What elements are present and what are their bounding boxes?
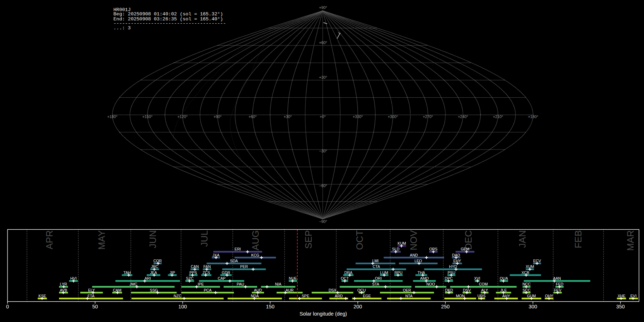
svg-text:JRC: JRC (151, 264, 158, 269)
svg-text:OER: OER (403, 288, 411, 292)
svg-text:FAN: FAN (203, 264, 211, 269)
svg-text:DSX: DSX (328, 288, 336, 292)
svg-text:XCB: XCB (522, 270, 530, 275)
svg-text:SSG: SSG (150, 288, 158, 292)
svg-text:−30°: −30° (319, 149, 327, 153)
svg-text:250: 250 (441, 304, 450, 309)
svg-text:LYR: LYR (60, 282, 67, 286)
svg-text:ECV: ECV (533, 259, 541, 263)
svg-text:SEP: SEP (303, 230, 314, 249)
svg-text:COM: COM (479, 282, 488, 286)
svg-text:MAR: MAR (625, 230, 636, 251)
svg-text:RPU: RPU (395, 270, 402, 275)
svg-text:AAN: AAN (553, 276, 561, 280)
svg-text:SCC: SCC (523, 288, 531, 292)
svg-text:PSU: PSU (448, 270, 455, 275)
svg-text:FTA: FTA (88, 294, 95, 298)
svg-text:AMO: AMO (420, 276, 429, 280)
svg-text:AHY: AHY (502, 294, 510, 298)
svg-text:JMC: JMC (130, 282, 137, 286)
svg-text:MON: MON (456, 294, 465, 298)
svg-text:350: 350 (616, 304, 625, 309)
svg-text:LUM: LUM (380, 270, 388, 275)
svg-text:...: 3: ...: 3 (113, 25, 131, 31)
svg-text:CAP: CAP (218, 276, 226, 280)
svg-text:NOO: NOO (426, 282, 435, 286)
svg-text:CQR: CQR (153, 259, 162, 263)
svg-text:+300°: +300° (388, 114, 398, 119)
svg-text:NUE: NUE (289, 276, 297, 280)
svg-text:SPE: SPE (302, 294, 309, 298)
svg-text:PCA: PCA (204, 288, 212, 292)
svg-text:IPE: IPE (197, 282, 204, 286)
svg-text:CTA: CTA (373, 264, 380, 269)
svg-text:KCG: KCG (251, 253, 259, 257)
svg-text:GDR: GDR (222, 270, 230, 275)
svg-text:SDA: SDA (230, 259, 238, 263)
svg-text:ALY: ALY (481, 288, 488, 292)
svg-text:OCT: OCT (354, 230, 365, 250)
svg-text:ELY: ELY (88, 288, 95, 292)
svg-text:Beg: 20250908 01:40:02 (sol =: Beg: 20250908 01:40:02 (sol = 165.32°) (113, 11, 223, 17)
svg-text:FEB: FEB (573, 230, 584, 249)
svg-text:ARI: ARI (145, 276, 151, 280)
svg-text:+30°: +30° (284, 114, 292, 119)
svg-text:JAN: JAN (517, 230, 528, 248)
svg-text:FEV: FEV (554, 288, 562, 292)
svg-text:XUM: XUM (526, 264, 534, 269)
svg-text:JUL: JUL (199, 230, 210, 247)
svg-text:MAY: MAY (96, 230, 107, 250)
svg-text:STA: STA (372, 282, 380, 286)
svg-text:+120°: +120° (177, 114, 188, 119)
svg-text:+90°: +90° (319, 5, 327, 10)
svg-text:EVI: EVI (630, 294, 636, 298)
svg-text:+150°: +150° (142, 114, 153, 119)
svg-text:+210°: +210° (493, 114, 503, 119)
svg-text:+270°: +270° (423, 114, 433, 119)
svg-text:ZCS: ZCS (203, 270, 210, 275)
svg-text:JUN: JUN (147, 230, 158, 249)
svg-text:+330°: +330° (353, 114, 363, 119)
svg-text:PER: PER (240, 264, 248, 269)
svg-text:ORS: ORS (429, 247, 438, 251)
svg-text:EHY: EHY (453, 259, 461, 263)
svg-text:TAH: TAH (123, 270, 131, 275)
svg-text:OCT: OCT (341, 276, 349, 280)
svg-text:XHE: XHE (618, 294, 625, 298)
svg-text:EGE: EGE (363, 294, 371, 298)
svg-text:QUA: QUA (500, 276, 508, 280)
svg-text:CAN: CAN (191, 264, 199, 269)
svg-text:NDA: NDA (251, 294, 259, 298)
svg-text:−90°: −90° (319, 219, 327, 224)
svg-text:+60°: +60° (249, 114, 257, 119)
svg-text:ERI: ERI (235, 247, 241, 251)
svg-text:150: 150 (266, 304, 274, 309)
svg-text:−60°: −60° (319, 184, 327, 188)
svg-text:PAU: PAU (236, 282, 244, 286)
svg-text:CAM: CAM (113, 288, 122, 292)
svg-text:OHY: OHY (545, 294, 553, 298)
svg-text:Solar longitude (deg): Solar longitude (deg) (299, 311, 347, 317)
svg-text:300: 300 (529, 304, 537, 309)
svg-text:GUM: GUM (527, 294, 536, 298)
svg-text:NTA: NTA (405, 294, 413, 298)
svg-text:50: 50 (92, 304, 98, 309)
svg-text:GEM: GEM (461, 247, 469, 251)
svg-text:AUD: AUD (254, 288, 262, 292)
svg-text:KSE: KSE (39, 294, 46, 298)
svg-text:AVB: AVB (60, 288, 67, 292)
svg-text:HYD: HYD (449, 264, 457, 269)
svg-text:LMI: LMI (372, 259, 379, 263)
svg-text:LEO: LEO (414, 259, 422, 263)
svg-text:FED: FED (556, 282, 564, 286)
svg-text:OCU: OCU (357, 288, 366, 292)
svg-text:APR: APR (44, 230, 55, 249)
svg-text:JXA: JXA (213, 253, 220, 257)
svg-text:THA: THA (418, 270, 425, 275)
svg-text:HVI: HVI (70, 276, 77, 280)
svg-text:+30°: +30° (319, 75, 327, 79)
svg-text:+180°: +180° (528, 114, 538, 119)
svg-text:AUR: AUR (286, 288, 294, 292)
svg-text:ORI: ORI (375, 276, 382, 280)
svg-text:NOV: NOV (408, 230, 419, 250)
